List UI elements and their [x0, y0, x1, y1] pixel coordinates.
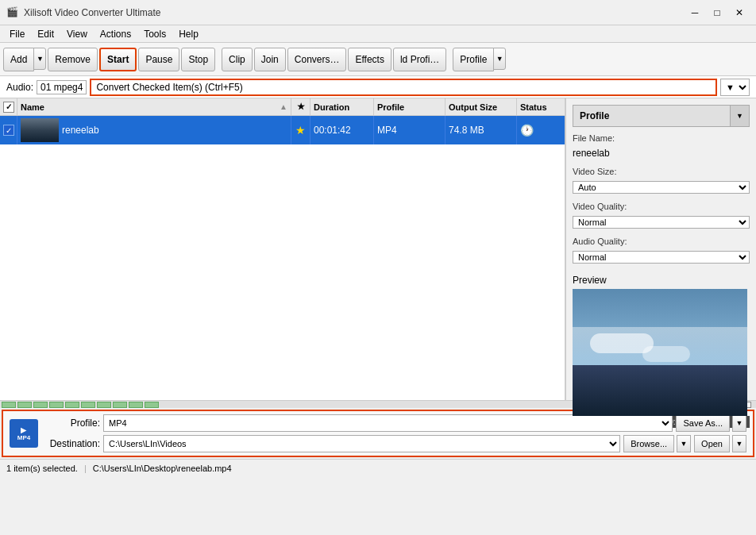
preview-thumbnail: [573, 289, 747, 416]
profile-row: Profile: MP4 Save As... ▼: [43, 414, 746, 432]
audio-quality-select[interactable]: Normal: [573, 251, 750, 264]
minimize-button[interactable]: ─: [685, 5, 705, 21]
maximize-button[interactable]: □: [707, 5, 727, 21]
header-check[interactable]: ✓: [0, 98, 17, 115]
row-check[interactable]: ✓: [0, 116, 17, 144]
row-checkbox[interactable]: ✓: [3, 125, 14, 136]
menu-view[interactable]: View: [60, 27, 94, 41]
preview-section: Preview 00:00:00 / 00:01:42: [573, 275, 750, 428]
file-list-header: ✓ Name ▲ ★ Duration Profile Output Size …: [0, 98, 565, 116]
audio-bar: Audio: 01 mpeg4 Convert Checked Item(s) …: [0, 76, 756, 98]
audio-quality-label: Audio Quality:: [573, 237, 750, 246]
file-name-label: File Name:: [573, 133, 750, 143]
progress-segment: [2, 402, 16, 408]
open-dropdown[interactable]: ▼: [732, 435, 746, 452]
bottom-fields: Profile: MP4 Save As... ▼ Destination: C…: [43, 414, 746, 452]
convert-button[interactable]: Convers…: [287, 48, 347, 71]
progress-segment: [33, 402, 48, 408]
video-quality-label: Video Quality:: [573, 202, 750, 211]
destination-row: Destination: C:\Users\LIn\Videos Browse.…: [43, 435, 746, 452]
video-size-select[interactable]: Auto: [573, 181, 750, 194]
bottom-profile-select[interactable]: MP4: [103, 414, 673, 432]
audio-label: Audio:: [6, 82, 33, 93]
close-button[interactable]: ✕: [729, 5, 750, 21]
video-quality-select[interactable]: Normal: [573, 216, 750, 229]
menu-tools[interactable]: Tools: [137, 27, 172, 41]
bottom-profile-label: Profile:: [43, 418, 100, 429]
star-icon: ★: [295, 124, 306, 137]
menu-file[interactable]: File: [3, 27, 31, 41]
row-profile: MP4: [374, 116, 446, 144]
table-row[interactable]: ✓ reneelab ★ 00:01:42 MP4 74.8 MB 🕐: [0, 116, 565, 144]
menu-actions[interactable]: Actions: [94, 27, 137, 41]
menu-help[interactable]: Help: [172, 27, 205, 41]
row-status: 🕐: [517, 116, 565, 144]
file-list: ✓ Name ▲ ★ Duration Profile Output Size …: [0, 98, 565, 400]
progress-segment: [113, 402, 127, 408]
check-all[interactable]: ✓: [3, 102, 14, 113]
header-profile: Profile: [374, 98, 446, 115]
profile-header-label: Profile: [573, 110, 730, 121]
file-list-empty: [0, 144, 565, 400]
add-dropdown-arrow[interactable]: ▼: [33, 48, 46, 70]
window-controls: ─ □ ✕: [685, 5, 750, 21]
progress-segment: [97, 402, 111, 408]
header-duration: Duration: [310, 98, 374, 115]
progress-segment: [65, 402, 79, 408]
right-panel: Profile ▼ File Name: reneelab Video Size…: [565, 98, 756, 400]
audio-codec: 01 mpeg4: [37, 80, 87, 94]
add-button[interactable]: Add: [3, 48, 34, 71]
progress-segment: [145, 402, 159, 408]
title-bar: 🎬 Xilisoft Video Converter Ultimate ─ □ …: [0, 0, 756, 25]
pause-button[interactable]: Pause: [138, 48, 179, 71]
header-star: ★: [291, 98, 310, 115]
profile-dropdown-arrow[interactable]: ▼: [493, 48, 506, 70]
menu-edit[interactable]: Edit: [31, 27, 60, 41]
start-button[interactable]: Start: [99, 48, 137, 71]
profile-header-dropdown[interactable]: ▼: [730, 106, 749, 126]
stop-button[interactable]: Stop: [181, 48, 215, 71]
toolbar: Add ▼ Remove Start Pause Stop Clip Join …: [0, 43, 756, 76]
app-title: Xilisoft Video Converter Ultimate: [24, 7, 685, 18]
ld-profile-button[interactable]: ld Profi…: [393, 48, 446, 71]
app-icon: 🎬: [6, 6, 19, 19]
browse-dropdown[interactable]: ▼: [677, 435, 691, 452]
join-button[interactable]: Join: [254, 48, 286, 71]
remove-button[interactable]: Remove: [48, 48, 98, 71]
profile-button[interactable]: Profile: [453, 48, 494, 71]
convert-checked-button[interactable]: Convert Checked Item(s) (Ctrl+F5): [90, 79, 717, 96]
clock-icon: 🕐: [520, 124, 534, 137]
row-output-size: 74.8 MB: [446, 116, 517, 144]
preview-video: [573, 289, 747, 416]
row-star[interactable]: ★: [291, 116, 310, 144]
bottom-destination-select[interactable]: C:\Users\LIn\Videos: [103, 435, 620, 452]
menu-bar: File Edit View Actions Tools Help: [0, 25, 756, 43]
save-as-button[interactable]: Save As...: [676, 414, 730, 432]
progress-segment: [17, 402, 32, 408]
file-thumbnail: [21, 118, 59, 142]
status-separator: |: [84, 464, 87, 473]
save-as-dropdown[interactable]: ▼: [732, 414, 746, 432]
progress-segment: [81, 402, 95, 408]
main-area: ✓ Name ▲ ★ Duration Profile Output Size …: [0, 98, 756, 400]
open-button[interactable]: Open: [694, 435, 730, 452]
header-name: Name ▲: [17, 98, 291, 115]
thumbnail-image: [21, 118, 59, 142]
audio-dropdown[interactable]: ▼: [720, 79, 750, 96]
profile-group: Profile ▼: [453, 48, 506, 71]
mp4-icon: ▶ MP4: [10, 419, 38, 448]
file-name-value: reneelab: [573, 148, 750, 159]
status-path: C:\Users\LIn\Desktop\reneelab.mp4: [93, 464, 232, 473]
preview-label: Preview: [573, 275, 750, 286]
video-size-label: Video Size:: [573, 167, 750, 176]
progress-segment: [129, 402, 143, 408]
effects-button[interactable]: Effects: [348, 48, 391, 71]
bottom-destination-label: Destination:: [43, 438, 100, 449]
profile-panel-header: Profile ▼: [573, 105, 750, 127]
browse-button[interactable]: Browse...: [623, 435, 674, 452]
bottom-bar: ▶ MP4 Profile: MP4 Save As... ▼ Destinat…: [2, 410, 754, 457]
clip-button[interactable]: Clip: [222, 48, 253, 71]
row-name: reneelab: [17, 116, 291, 144]
row-duration: 00:01:42: [310, 116, 374, 144]
header-output-size: Output Size: [446, 98, 517, 115]
